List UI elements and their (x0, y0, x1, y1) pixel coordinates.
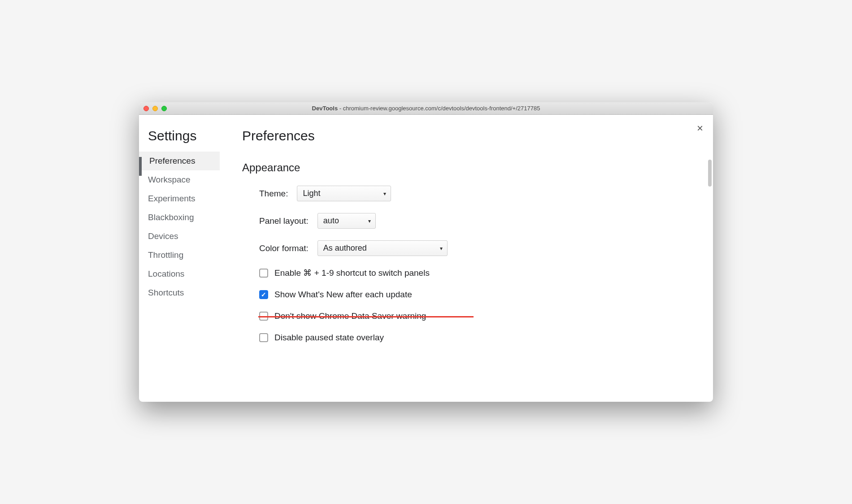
main-panel: Preferences Appearance Theme: Light Pane… (220, 115, 713, 402)
color-format-label: Color format: (259, 243, 309, 253)
checkbox-paused-overlay-label: Disable paused state overlay (274, 333, 384, 343)
sidebar-item-workspace[interactable]: Workspace (139, 170, 220, 189)
sidebar-title: Settings (139, 128, 220, 152)
sidebar-item-preferences[interactable]: Preferences (139, 152, 220, 170)
titlebar: DevTools - chromium-review.googlesource.… (139, 102, 713, 115)
panel-layout-label: Panel layout: (259, 216, 309, 226)
checkbox-whats-new-label: Show What's New after each update (274, 290, 412, 300)
checkbox-enable-shortcut[interactable] (259, 269, 268, 278)
sidebar-indicator (139, 157, 142, 176)
sidebar-item-devices[interactable]: Devices (139, 227, 220, 246)
traffic-lights (143, 106, 167, 111)
window-minimize-icon[interactable] (152, 106, 158, 111)
section-title-appearance: Appearance (242, 161, 700, 174)
color-format-group: Color format: As authored (242, 240, 700, 256)
sidebar-item-experiments[interactable]: Experiments (139, 189, 220, 208)
sidebar-item-blackboxing[interactable]: Blackboxing (139, 208, 220, 227)
color-format-select[interactable]: As authored (317, 240, 448, 256)
window-maximize-icon[interactable] (161, 106, 167, 111)
checkbox-whats-new-row: Show What's New after each update (242, 290, 700, 300)
window-close-icon[interactable] (143, 106, 149, 111)
panel-layout-select[interactable]: auto (317, 213, 376, 229)
checkbox-data-saver-row: Don't show Chrome Data Saver warning (242, 311, 700, 321)
sidebar-item-throttling[interactable]: Throttling (139, 246, 220, 265)
sidebar: Settings Preferences Workspace Experimen… (139, 115, 220, 402)
checkbox-enable-shortcut-row: Enable ⌘ + 1-9 shortcut to switch panels (242, 268, 700, 278)
app-window: DevTools - chromium-review.googlesource.… (139, 102, 713, 402)
theme-select[interactable]: Light (297, 186, 391, 201)
panel-layout-group: Panel layout: auto (242, 213, 700, 229)
sidebar-item-locations[interactable]: Locations (139, 265, 220, 283)
page-title: Preferences (242, 128, 700, 143)
checkbox-paused-overlay-row: Disable paused state overlay (242, 333, 700, 343)
theme-group: Theme: Light (242, 186, 700, 201)
window-title: DevTools - chromium-review.googlesource.… (143, 105, 709, 112)
content-area: × Settings Preferences Workspace Experim… (139, 115, 713, 402)
sidebar-item-shortcuts[interactable]: Shortcuts (139, 283, 220, 302)
theme-label: Theme: (259, 189, 288, 199)
strikethrough-annotation (258, 316, 474, 317)
checkbox-enable-shortcut-label: Enable ⌘ + 1-9 shortcut to switch panels (274, 268, 430, 278)
checkbox-whats-new[interactable] (259, 290, 268, 299)
checkbox-paused-overlay[interactable] (259, 333, 268, 342)
